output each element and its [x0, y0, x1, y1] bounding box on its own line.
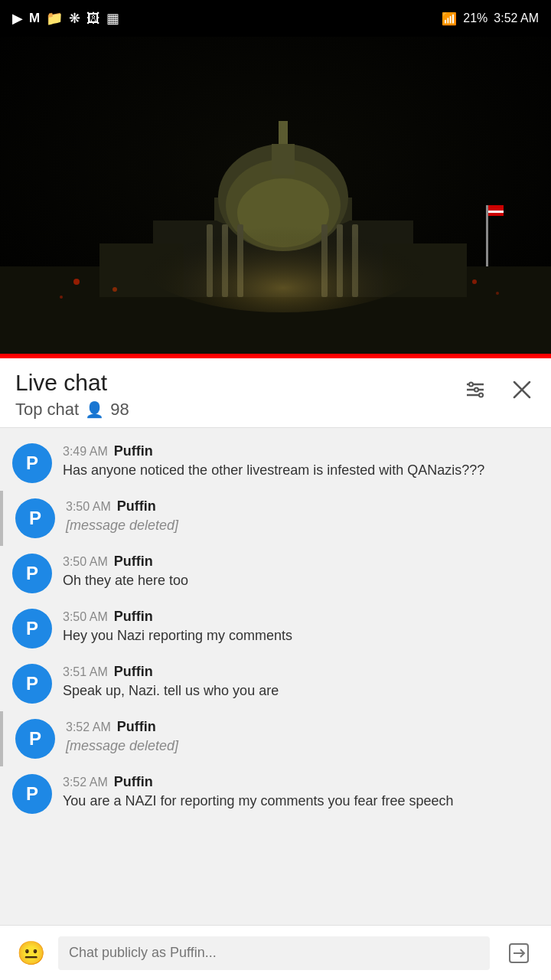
chat-message: P3:50 AMPuffinOh they ate here too [0, 546, 551, 601]
close-icon [511, 379, 533, 400]
chat-message: P3:52 AMPuffinYou are a NAZI for reporti… [0, 766, 551, 822]
svg-rect-33 [474, 388, 478, 392]
svg-point-23 [472, 279, 477, 284]
chat-list: P3:49 AMPuffinHas anyone noticed the oth… [0, 428, 551, 964]
live-chat-title: Live chat [15, 369, 129, 397]
chat-text: Oh they ate here too [63, 571, 539, 590]
chat-content: 3:50 AMPuffin[message deleted] [66, 498, 539, 535]
emoji-icon: 😐 [17, 939, 45, 966]
svg-point-20 [73, 279, 80, 285]
avatar: P [15, 498, 55, 538]
viewer-count: 98 [110, 400, 129, 420]
send-icon [507, 942, 530, 965]
image-icon: 🖼 [86, 11, 100, 27]
svg-point-21 [112, 287, 117, 292]
chat-meta: 3:50 AMPuffin [63, 609, 539, 625]
youtube-icon: ▶ [12, 10, 23, 27]
chat-content: 3:50 AMPuffinHey you Nazi reporting my c… [63, 609, 539, 645]
emoji-button[interactable]: 😐 [12, 935, 49, 972]
chat-message: P3:49 AMPuffinHas anyone noticed the oth… [0, 436, 551, 491]
avatar: P [12, 554, 52, 593]
chat-header-actions [461, 369, 536, 410]
chat-text: Speak up, Nazi. tell us who you are [63, 681, 539, 701]
chat-text: Hey you Nazi reporting my comments [63, 626, 539, 645]
chat-meta: 3:52 AMPuffin [63, 774, 539, 790]
chat-time: 3:52 AM [66, 720, 111, 734]
avatar: P [12, 664, 52, 704]
chat-username: Puffin [117, 719, 156, 735]
avatar: P [15, 719, 55, 759]
chat-time: 3:50 AM [63, 610, 108, 624]
svg-rect-32 [469, 383, 473, 387]
svg-rect-25 [486, 205, 488, 266]
chat-text: [message deleted] [66, 516, 539, 535]
chat-header-info: Live chat Top chat 👤 98 [15, 369, 129, 420]
chat-meta: 3:51 AMPuffin [63, 664, 539, 680]
avatar: P [12, 774, 52, 814]
chat-meta: 3:50 AMPuffin [66, 498, 539, 514]
chat-text: [message deleted] [66, 737, 539, 756]
svg-rect-34 [479, 394, 483, 397]
svg-point-22 [60, 296, 63, 299]
chat-meta: 3:49 AMPuffin [63, 443, 539, 459]
youtube-red-bar [0, 354, 551, 358]
chat-username: Puffin [114, 609, 153, 625]
status-right: 📶 21% 3:52 AM [442, 11, 539, 26]
chat-meta: 3:52 AMPuffin [66, 719, 539, 735]
chat-username: Puffin [114, 554, 153, 570]
chat-input-bar: 😐 [0, 925, 551, 980]
chat-time: 3:50 AM [63, 555, 108, 569]
viewer-icon: 👤 [85, 400, 104, 419]
chat-time: 3:51 AM [63, 665, 108, 679]
chat-header: Live chat Top chat 👤 98 [0, 358, 551, 428]
send-button[interactable] [499, 935, 539, 972]
avatar: P [12, 609, 52, 648]
svg-rect-12 [279, 121, 288, 144]
svg-rect-27 [488, 211, 504, 213]
svg-rect-11 [272, 144, 295, 175]
status-bar: ▶ M 📁 ❋ 🖼 ▦ 📶 21% 3:52 AM [0, 0, 551, 37]
chat-message: P3:50 AMPuffin[message deleted] [0, 491, 551, 546]
svg-point-19 [130, 190, 436, 312]
chat-content: 3:49 AMPuffinHas anyone noticed the othe… [63, 443, 539, 480]
chat-content: 3:52 AMPuffinYou are a NAZI for reportin… [63, 774, 539, 811]
chat-text: Has anyone noticed the other livestream … [63, 461, 539, 480]
chat-meta: 3:50 AMPuffin [63, 554, 539, 570]
svg-rect-28 [488, 214, 504, 216]
chat-username: Puffin [117, 498, 156, 514]
settings-sliders-icon [464, 378, 487, 401]
folder-icon: 📁 [46, 10, 63, 27]
chat-message: P3:51 AMPuffinSpeak up, Nazi. tell us wh… [0, 656, 551, 711]
chat-username: Puffin [114, 443, 153, 459]
chat-time: 3:50 AM [66, 500, 111, 514]
close-button[interactable] [508, 376, 536, 409]
chat-content: 3:52 AMPuffin[message deleted] [66, 719, 539, 756]
chat-time: 3:52 AM [63, 776, 108, 789]
video-player[interactable] [0, 37, 551, 358]
wifi-icon: 📶 [442, 11, 457, 26]
top-chat-label[interactable]: Top chat [15, 400, 79, 420]
chat-username: Puffin [114, 664, 153, 680]
battery-text: 21% [463, 11, 487, 25]
chat-input[interactable] [58, 936, 490, 970]
chat-message: P3:52 AMPuffin[message deleted] [0, 711, 551, 766]
svg-point-24 [496, 292, 499, 295]
grid-icon: ▦ [106, 10, 119, 27]
chat-content: 3:50 AMPuffinOh they ate here too [63, 554, 539, 590]
avatar: P [12, 443, 52, 483]
chat-username: Puffin [114, 774, 153, 790]
time-display: 3:52 AM [494, 11, 539, 25]
chat-message: P3:50 AMPuffinHey you Nazi reporting my … [0, 601, 551, 656]
settings-button[interactable] [461, 375, 490, 410]
status-icons-left: ▶ M 📁 ❋ 🖼 ▦ [12, 10, 119, 27]
chat-content: 3:51 AMPuffinSpeak up, Nazi. tell us who… [63, 664, 539, 701]
chat-sub-row: Top chat 👤 98 [15, 400, 129, 420]
m-icon: M [29, 11, 40, 26]
fan-icon: ❋ [69, 10, 80, 27]
chat-text: You are a NAZI for reporting my comments… [63, 792, 539, 811]
chat-time: 3:49 AM [63, 445, 108, 459]
